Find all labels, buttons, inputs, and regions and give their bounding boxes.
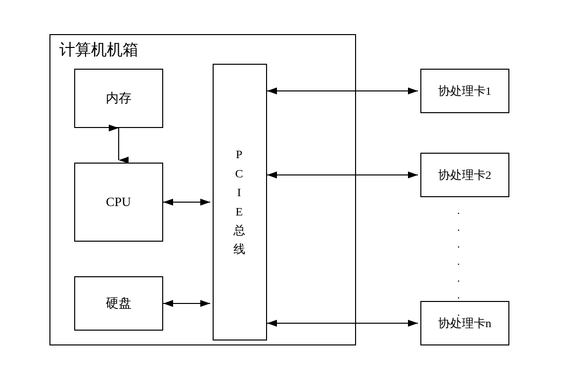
cop1-box: 协处理卡1 [420,69,509,113]
diagram: 计算机机箱 内存 CPU 硬盘 PCIE总线 协处理卡1 协处理卡2 协处理卡n… [35,19,554,365]
dots: · · · · · · · [457,207,461,322]
chassis-label: 计算机机箱 [59,39,138,61]
hdd-box: 硬盘 [74,276,163,331]
cpu-label: CPU [106,195,131,210]
copn-label: 协处理卡n [438,315,492,331]
copn-box: 协处理卡n [420,301,509,345]
hdd-label: 硬盘 [106,295,132,312]
cop2-label: 协处理卡2 [438,167,492,183]
cop2-box: 协处理卡2 [420,153,509,197]
cpu-box: CPU [74,163,163,242]
memory-label: 内存 [106,89,132,107]
pcie-box: PCIE总线 [213,64,267,341]
cop1-label: 协处理卡1 [438,83,492,99]
pcie-label: PCIE总线 [233,145,246,258]
memory-box: 内存 [74,69,163,128]
